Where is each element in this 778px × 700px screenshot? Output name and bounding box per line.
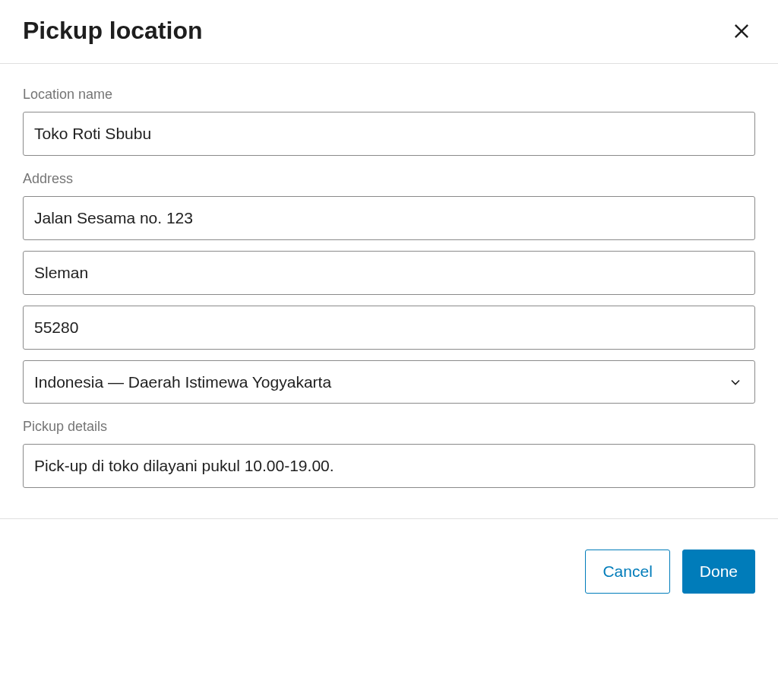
address-label: Address <box>23 171 755 187</box>
modal-title: Pickup location <box>23 17 202 45</box>
pickup-location-modal: Pickup location Location name Address In… <box>0 0 778 610</box>
location-name-label: Location name <box>23 87 755 103</box>
address-region-select[interactable]: Indonesia — Daerah Istimewa Yogyakarta <box>23 360 755 404</box>
address-postcode-input[interactable] <box>23 306 755 350</box>
close-button[interactable] <box>728 17 755 45</box>
modal-body: Location name Address Indonesia — Daerah… <box>0 64 778 518</box>
modal-header: Pickup location <box>0 0 778 64</box>
modal-footer: Cancel Done <box>0 518 778 610</box>
pickup-details-label: Pickup details <box>23 419 755 435</box>
address-city-input[interactable] <box>23 251 755 295</box>
address-region-wrap: Indonesia — Daerah Istimewa Yogyakarta <box>23 360 755 404</box>
cancel-button[interactable]: Cancel <box>585 550 669 594</box>
pickup-details-input[interactable] <box>23 444 755 488</box>
address-line1-input[interactable] <box>23 196 755 240</box>
close-icon <box>731 21 752 42</box>
done-button[interactable]: Done <box>682 550 755 594</box>
location-name-input[interactable] <box>23 112 755 156</box>
